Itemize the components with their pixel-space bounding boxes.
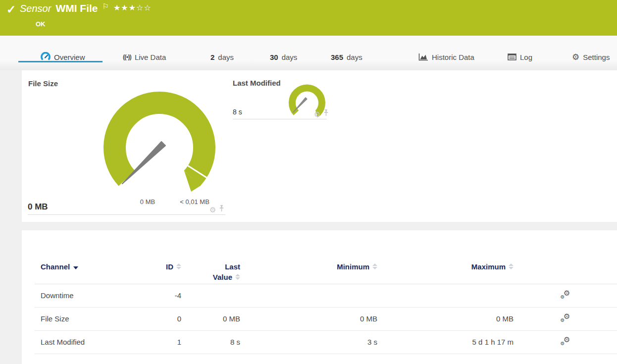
cell-id: 0 [130, 307, 181, 330]
sort-arrows-icon [176, 263, 181, 269]
gauge-max-label: < 0,01 MB [165, 198, 224, 206]
column-header-channel[interactable]: Channel [35, 230, 130, 284]
sensor-header: ✓ Sensor WMI File ⚐ ★★★☆☆ OK [0, 0, 617, 36]
table-row[interactable]: File Size 0 0 MB 0 MB 0 MB ⚙⚙ [35, 307, 617, 330]
last-modified-widget-divider [233, 119, 327, 119]
tab-settings[interactable]: ⚙ Settings [572, 50, 610, 64]
column-header-last-label: Last [225, 262, 240, 271]
table-header-row: Channel ID Last Value Minimum Maximum [35, 230, 617, 284]
tab-bar: Overview ((•)) Live Data 2 days 30 days … [0, 36, 617, 70]
file-size-widget-controls: ⚙ [209, 205, 224, 214]
gauges-panel: File Size 0 MB < 0,01 MB 0 MB ⚙ Last Mod… [22, 70, 617, 222]
column-header-actions [514, 230, 617, 284]
file-size-gauge [99, 88, 223, 195]
cell-last-value: 0 MB [181, 307, 240, 330]
tab-365-days-label: days [347, 53, 362, 61]
channel-settings-gears-icon[interactable]: ⚙⚙ [561, 290, 570, 299]
status-badge: OK [36, 20, 46, 28]
cell-id: 1 [130, 330, 181, 354]
file-size-widget-title: File Size [28, 79, 58, 88]
column-header-minimum[interactable]: Minimum [240, 230, 377, 284]
widget-gear-icon[interactable]: ⚙ [209, 206, 216, 213]
log-list-icon [508, 53, 516, 60]
column-header-minimum-label: Minimum [337, 262, 369, 271]
table-row[interactable]: Downtime -4 ⚙⚙ [35, 284, 617, 307]
channel-settings-gears-icon[interactable]: ⚙⚙ [561, 313, 570, 322]
cell-last-value [181, 284, 240, 307]
column-header-maximum[interactable]: Maximum [377, 230, 514, 284]
channel-settings-gears-icon[interactable]: ⚙⚙ [561, 337, 570, 346]
last-modified-current-value: 8 s [233, 108, 242, 116]
table-row[interactable]: Last Modified 1 8 s 3 s 5 d 1 h 17 m ⚙⚙ [35, 330, 617, 354]
cell-minimum: 3 s [240, 330, 377, 354]
tab-log[interactable]: Log [508, 50, 532, 64]
column-header-maximum-label: Maximum [471, 262, 506, 271]
sort-arrows-icon [235, 274, 240, 280]
tab-2-days[interactable]: 2 days [210, 50, 234, 64]
last-modified-widget-controls: ⚙ [314, 109, 329, 118]
tab-live-data-label: Live Data [135, 53, 166, 61]
column-header-last-value[interactable]: Last Value [181, 230, 240, 284]
gauge-icon [41, 52, 51, 62]
settings-gear-icon: ⚙ [572, 53, 579, 61]
cell-channel: File Size [35, 307, 130, 330]
area-chart-icon [418, 53, 428, 61]
sensor-name: WMI File [55, 2, 98, 14]
tab-live-data[interactable]: ((•)) Live Data [123, 50, 166, 64]
sensor-kind-label: Sensor [20, 3, 51, 14]
cell-maximum: 0 MB [377, 307, 514, 330]
cell-maximum: 5 d 1 h 17 m [377, 330, 514, 354]
cell-last-value: 8 s [181, 330, 240, 354]
column-header-id[interactable]: ID [130, 230, 181, 284]
cell-minimum [240, 284, 377, 307]
sensor-title-line: Sensor WMI File ⚐ ★★★☆☆ [20, 2, 152, 14]
tab-365-days[interactable]: 365 days [331, 50, 362, 64]
tab-2-days-label: days [218, 53, 234, 61]
sort-arrows-icon [372, 263, 377, 269]
cell-channel: Downtime [35, 284, 130, 307]
column-header-value-label: Value [213, 273, 232, 281]
last-modified-widget-title: Last Modified [233, 79, 281, 87]
tab-historic-data-label: Historic Data [432, 53, 474, 61]
tab-30-days[interactable]: 30 days [270, 50, 297, 64]
cell-minimum: 0 MB [240, 307, 377, 330]
cell-maximum [377, 284, 514, 307]
tab-historic-data[interactable]: Historic Data [418, 50, 474, 64]
active-tab-underline [18, 61, 103, 62]
channels-table: Channel ID Last Value Minimum Maximum [35, 230, 617, 354]
status-check-icon: ✓ [6, 3, 16, 16]
tab-365-days-number: 365 [331, 53, 343, 61]
column-header-channel-label: Channel [41, 262, 70, 271]
priority-stars[interactable]: ★★★☆☆ [113, 3, 152, 12]
cell-id: -4 [130, 284, 181, 307]
sort-caret-down-icon [73, 266, 78, 269]
widget-pin-icon[interactable] [219, 205, 224, 214]
sort-arrows-icon [509, 263, 514, 269]
tab-log-label: Log [520, 53, 532, 61]
tab-30-days-number: 30 [270, 53, 278, 61]
file-size-current-value: 0 MB [28, 202, 48, 212]
widget-pin-icon[interactable] [323, 109, 329, 118]
tab-overview-label: Overview [54, 53, 85, 61]
prtg-sensor-page: ✓ Sensor WMI File ⚐ ★★★☆☆ OK Overview ((… [0, 0, 617, 364]
file-size-widget-divider [28, 214, 225, 215]
channels-panel: Channel ID Last Value Minimum Maximum [22, 230, 617, 364]
widget-gear-icon[interactable]: ⚙ [314, 110, 320, 118]
column-header-id-label: ID [166, 262, 173, 271]
tab-2-days-number: 2 [210, 53, 214, 61]
tab-30-days-label: days [282, 53, 298, 61]
cell-channel: Last Modified [35, 330, 130, 354]
tab-settings-label: Settings [583, 53, 610, 61]
flag-icon[interactable]: ⚐ [103, 2, 109, 11]
